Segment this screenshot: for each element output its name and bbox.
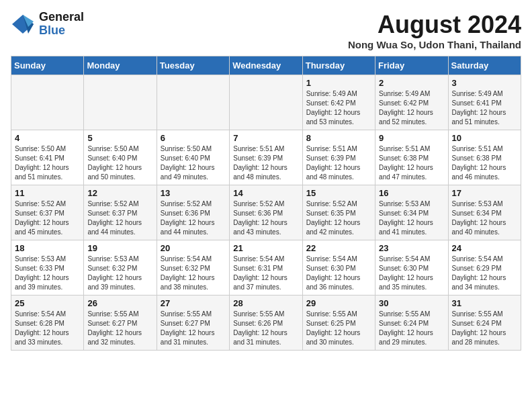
- day-number: 20: [161, 243, 226, 253]
- day-info: Sunrise: 5:52 AMSunset: 6:36 PMDaylight:…: [161, 199, 226, 237]
- weekday-header-sunday: Sunday: [11, 56, 84, 75]
- day-info: Sunrise: 5:55 AMSunset: 6:27 PMDaylight:…: [87, 310, 152, 347]
- calendar-cell: 21Sunrise: 5:54 AMSunset: 6:31 PMDayligh…: [230, 240, 302, 295]
- day-info: Sunrise: 5:49 AMSunset: 6:42 PMDaylight:…: [379, 89, 444, 127]
- page-header: General Blue August 2024 Nong Wua So, Ud…: [11, 11, 521, 50]
- weekday-header-friday: Friday: [375, 56, 448, 75]
- day-info: Sunrise: 5:53 AMSunset: 6:34 PMDaylight:…: [379, 199, 444, 237]
- day-number: 1: [306, 78, 371, 88]
- day-number: 12: [87, 188, 152, 198]
- logo: General Blue: [11, 11, 84, 38]
- day-info: Sunrise: 5:54 AMSunset: 6:29 PMDaylight:…: [452, 255, 517, 292]
- day-number: 11: [15, 188, 80, 198]
- day-info: Sunrise: 5:55 AMSunset: 6:24 PMDaylight:…: [379, 310, 444, 347]
- day-number: 28: [233, 298, 298, 308]
- calendar-cell: 7Sunrise: 5:51 AMSunset: 6:39 PMDaylight…: [230, 130, 302, 185]
- logo-text: General Blue: [39, 11, 84, 38]
- calendar-cell: 28Sunrise: 5:55 AMSunset: 6:26 PMDayligh…: [230, 295, 302, 351]
- day-number: 8: [306, 133, 371, 143]
- day-info: Sunrise: 5:53 AMSunset: 6:34 PMDaylight:…: [452, 199, 517, 237]
- calendar-cell: 4Sunrise: 5:50 AMSunset: 6:41 PMDaylight…: [11, 130, 84, 185]
- day-info: Sunrise: 5:55 AMSunset: 6:27 PMDaylight:…: [161, 310, 226, 347]
- day-info: Sunrise: 5:54 AMSunset: 6:32 PMDaylight:…: [161, 255, 226, 292]
- calendar-cell: 2Sunrise: 5:49 AMSunset: 6:42 PMDaylight…: [375, 75, 448, 130]
- day-info: Sunrise: 5:50 AMSunset: 6:40 PMDaylight:…: [87, 144, 152, 182]
- calendar-cell: 24Sunrise: 5:54 AMSunset: 6:29 PMDayligh…: [448, 240, 521, 295]
- day-info: Sunrise: 5:52 AMSunset: 6:36 PMDaylight:…: [233, 199, 298, 237]
- day-info: Sunrise: 5:55 AMSunset: 6:24 PMDaylight:…: [452, 310, 517, 347]
- day-number: 31: [452, 298, 517, 308]
- calendar-cell: [11, 75, 84, 130]
- calendar-table: SundayMondayTuesdayWednesdayThursdayFrid…: [11, 56, 521, 351]
- calendar-cell: 6Sunrise: 5:50 AMSunset: 6:40 PMDaylight…: [157, 130, 229, 185]
- title-block: August 2024 Nong Wua So, Udon Thani, Tha…: [348, 11, 521, 50]
- calendar-cell: 22Sunrise: 5:54 AMSunset: 6:30 PMDayligh…: [302, 240, 375, 295]
- day-number: 29: [306, 298, 371, 308]
- day-number: 22: [306, 243, 371, 253]
- day-number: 19: [87, 243, 152, 253]
- day-info: Sunrise: 5:51 AMSunset: 6:39 PMDaylight:…: [233, 144, 298, 182]
- weekday-header-tuesday: Tuesday: [157, 56, 229, 75]
- calendar-cell: 12Sunrise: 5:52 AMSunset: 6:37 PMDayligh…: [84, 185, 157, 240]
- subtitle: Nong Wua So, Udon Thani, Thailand: [348, 39, 521, 50]
- calendar-cell: 14Sunrise: 5:52 AMSunset: 6:36 PMDayligh…: [230, 185, 302, 240]
- day-number: 3: [452, 78, 517, 88]
- day-number: 26: [87, 298, 152, 308]
- day-number: 10: [452, 133, 517, 143]
- day-number: 13: [161, 188, 226, 198]
- day-info: Sunrise: 5:52 AMSunset: 6:37 PMDaylight:…: [87, 199, 152, 237]
- day-info: Sunrise: 5:49 AMSunset: 6:42 PMDaylight:…: [306, 89, 371, 127]
- day-info: Sunrise: 5:55 AMSunset: 6:25 PMDaylight:…: [306, 310, 371, 347]
- day-info: Sunrise: 5:51 AMSunset: 6:38 PMDaylight:…: [452, 144, 517, 182]
- day-number: 4: [15, 133, 80, 143]
- week-row-2: 4Sunrise: 5:50 AMSunset: 6:41 PMDaylight…: [11, 130, 521, 185]
- calendar-cell: 8Sunrise: 5:51 AMSunset: 6:39 PMDaylight…: [302, 130, 375, 185]
- calendar-cell: 13Sunrise: 5:52 AMSunset: 6:36 PMDayligh…: [157, 185, 229, 240]
- calendar-cell: 23Sunrise: 5:54 AMSunset: 6:30 PMDayligh…: [375, 240, 448, 295]
- day-info: Sunrise: 5:54 AMSunset: 6:30 PMDaylight:…: [306, 255, 371, 292]
- main-title: August 2024: [348, 11, 521, 39]
- day-info: Sunrise: 5:55 AMSunset: 6:26 PMDaylight:…: [233, 310, 298, 347]
- day-number: 18: [15, 243, 80, 253]
- day-info: Sunrise: 5:50 AMSunset: 6:40 PMDaylight:…: [161, 144, 226, 182]
- day-info: Sunrise: 5:50 AMSunset: 6:41 PMDaylight:…: [15, 144, 80, 182]
- calendar-cell: 15Sunrise: 5:52 AMSunset: 6:35 PMDayligh…: [302, 185, 375, 240]
- day-number: 24: [452, 243, 517, 253]
- day-info: Sunrise: 5:53 AMSunset: 6:33 PMDaylight:…: [15, 255, 80, 292]
- week-row-1: 1Sunrise: 5:49 AMSunset: 6:42 PMDaylight…: [11, 75, 521, 130]
- calendar-cell: 10Sunrise: 5:51 AMSunset: 6:38 PMDayligh…: [448, 130, 521, 185]
- day-number: 9: [379, 133, 444, 143]
- day-number: 21: [233, 243, 298, 253]
- day-number: 6: [161, 133, 226, 143]
- day-number: 23: [379, 243, 444, 253]
- calendar-cell: 17Sunrise: 5:53 AMSunset: 6:34 PMDayligh…: [448, 185, 521, 240]
- week-row-3: 11Sunrise: 5:52 AMSunset: 6:37 PMDayligh…: [11, 185, 521, 240]
- day-number: 30: [379, 298, 444, 308]
- calendar-cell: 9Sunrise: 5:51 AMSunset: 6:38 PMDaylight…: [375, 130, 448, 185]
- weekday-header-saturday: Saturday: [448, 56, 521, 75]
- calendar-cell: 11Sunrise: 5:52 AMSunset: 6:37 PMDayligh…: [11, 185, 84, 240]
- day-info: Sunrise: 5:54 AMSunset: 6:31 PMDaylight:…: [233, 255, 298, 292]
- calendar-cell: 26Sunrise: 5:55 AMSunset: 6:27 PMDayligh…: [84, 295, 157, 351]
- calendar-cell: 18Sunrise: 5:53 AMSunset: 6:33 PMDayligh…: [11, 240, 84, 295]
- day-number: 2: [379, 78, 444, 88]
- calendar-cell: 16Sunrise: 5:53 AMSunset: 6:34 PMDayligh…: [375, 185, 448, 240]
- day-info: Sunrise: 5:49 AMSunset: 6:41 PMDaylight:…: [452, 89, 517, 127]
- calendar-cell: 1Sunrise: 5:49 AMSunset: 6:42 PMDaylight…: [302, 75, 375, 130]
- calendar-cell: [84, 75, 157, 130]
- day-info: Sunrise: 5:51 AMSunset: 6:38 PMDaylight:…: [379, 144, 444, 182]
- calendar-cell: 27Sunrise: 5:55 AMSunset: 6:27 PMDayligh…: [157, 295, 229, 351]
- day-info: Sunrise: 5:54 AMSunset: 6:28 PMDaylight:…: [15, 310, 80, 347]
- day-info: Sunrise: 5:53 AMSunset: 6:32 PMDaylight:…: [87, 255, 152, 292]
- calendar-cell: 31Sunrise: 5:55 AMSunset: 6:24 PMDayligh…: [448, 295, 521, 351]
- calendar-cell: 29Sunrise: 5:55 AMSunset: 6:25 PMDayligh…: [302, 295, 375, 351]
- calendar-cell: 25Sunrise: 5:54 AMSunset: 6:28 PMDayligh…: [11, 295, 84, 351]
- day-info: Sunrise: 5:54 AMSunset: 6:30 PMDaylight:…: [379, 255, 444, 292]
- calendar-cell: 3Sunrise: 5:49 AMSunset: 6:41 PMDaylight…: [448, 75, 521, 130]
- calendar-cell: [230, 75, 302, 130]
- day-number: 27: [161, 298, 226, 308]
- day-number: 5: [87, 133, 152, 143]
- day-number: 7: [233, 133, 298, 143]
- day-info: Sunrise: 5:52 AMSunset: 6:35 PMDaylight:…: [306, 199, 371, 237]
- logo-icon: [11, 12, 35, 36]
